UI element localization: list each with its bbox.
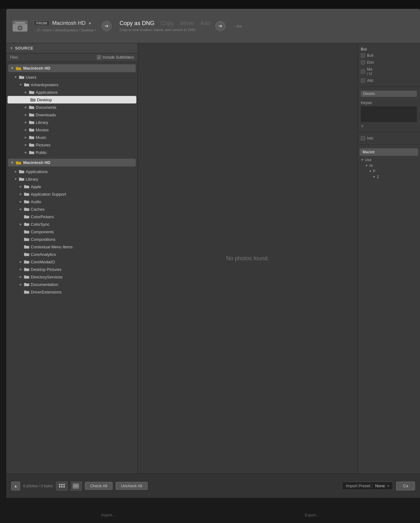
volume2-folder-icon — [16, 161, 21, 165]
collapse-button[interactable]: ▲ — [11, 482, 20, 490]
sys-library-folder-icon — [19, 177, 24, 181]
source-collapse-arrow[interactable]: ▼ — [10, 46, 13, 50]
import-button[interactable]: Import... — [101, 513, 115, 517]
plus-button[interactable]: + — [358, 123, 420, 129]
caches-folder-icon — [24, 207, 29, 211]
contextual-folder-icon — [24, 245, 29, 249]
documents-label: Documents — [36, 105, 56, 110]
from-badge: FROM — [34, 20, 50, 26]
tree-item-compositions[interactable]: ⋯ Compositions — [6, 235, 138, 243]
dest-users-arrow: ▼ — [361, 158, 364, 161]
tree-item-audio[interactable]: ▶ Audio — [6, 198, 138, 205]
users-label: Users — [26, 75, 36, 80]
dest-tree-p[interactable]: ▼ P — [358, 168, 420, 174]
tree-item-apple[interactable]: ▶ Apple — [6, 183, 138, 190]
right-item-build[interactable]: Buil — [358, 52, 420, 59]
cancel-button[interactable]: Ca — [396, 482, 415, 490]
right-item-make[interactable]: Ma / U — [358, 66, 420, 77]
tree-item-colorpickers[interactable]: ⋯ ColorPickers — [6, 213, 138, 220]
tree-item-caches[interactable]: ▶ Caches — [6, 205, 138, 213]
tree-item-colorsync[interactable]: ▶ ColorSync — [6, 220, 138, 228]
volume-macintosh-hd-2[interactable]: ▼ Macintosh HD — [8, 159, 136, 166]
tree-item-downloads[interactable]: ▶ Downloads — [6, 111, 138, 119]
movies-expand-arrow: ▶ — [24, 128, 28, 131]
dest-section-header[interactable]: Macint — [360, 148, 418, 156]
export-button[interactable]: Export... — [305, 513, 319, 517]
public-label: Public — [36, 150, 47, 155]
tree-item-richardcpowers[interactable]: ▼ richardcpowers — [6, 81, 138, 88]
desktop-label: Desktop — [37, 98, 52, 102]
preset-dropdown-arrow[interactable]: ▾ — [387, 484, 389, 488]
into-checkbox[interactable] — [361, 136, 365, 140]
tree-item-coremediaio[interactable]: ▶ CoreMediaIO — [6, 258, 138, 266]
driverextensions-label: DriverExtensions — [31, 290, 61, 294]
loupe-view-button[interactable] — [71, 482, 82, 490]
right-divider-2 — [358, 132, 420, 132]
bottom-bar: ▲ 0 photos / 0 bytes Check All Uncheck A… — [6, 473, 420, 498]
movies-folder-icon — [29, 128, 34, 132]
develop-button[interactable]: Develo — [361, 91, 417, 97]
volume-macintosh-hd-1[interactable]: ▼ Macintosh HD — [8, 64, 136, 72]
add-label: Adc — [367, 78, 374, 83]
users-folder-icon — [19, 75, 24, 79]
toolbar: FROM Macintosh HD ▾ …D / Users / richard… — [6, 9, 420, 43]
music-expand-arrow: ▶ — [24, 136, 28, 139]
import-preset-area[interactable]: Import Preset : None ▾ — [342, 482, 393, 490]
coremediaio-folder-icon — [24, 260, 29, 264]
don-checkbox[interactable] — [361, 60, 365, 65]
tree-item-driverextensions[interactable]: ⋯ DriverExtensions — [6, 288, 138, 296]
tree-item-desktop-pictures[interactable]: ▶ Desktop Pictures — [6, 266, 138, 273]
file-tree: ▼ Macintosh HD ▼ Users ▼ — [6, 62, 138, 473]
include-subfolders-option[interactable]: ✓ Include Subfolders — [97, 55, 134, 60]
drive-dropdown-arrow[interactable]: ▾ — [89, 21, 91, 26]
tree-item-public[interactable]: ▶ Public — [6, 149, 138, 156]
contextual-menu-items-label: Contextual Menu Items — [31, 245, 73, 249]
check-all-button[interactable]: Check All — [85, 482, 113, 490]
user-library-label: Library — [36, 120, 48, 125]
build-checkbox[interactable] — [361, 53, 365, 58]
make-checkbox[interactable] — [361, 69, 365, 74]
next-arrow-button[interactable]: ➜ — [102, 21, 112, 31]
tree-item-pictures[interactable]: ▶ Pictures — [6, 141, 138, 149]
tree-item-users[interactable]: ▼ Users — [6, 73, 138, 81]
tree-item-music[interactable]: ▶ Music — [6, 134, 138, 141]
include-subfolders-checkbox[interactable]: ✓ — [97, 55, 101, 60]
tree-item-user-library[interactable]: ▶ Library — [6, 119, 138, 126]
tree-item-application-support[interactable]: ▶ Application Support — [6, 190, 138, 198]
music-label: Music — [36, 135, 46, 140]
right-item-add[interactable]: Adc — [358, 77, 420, 84]
app-bottom-bar: Import... Export... — [0, 507, 420, 523]
svg-rect-9 — [61, 486, 63, 488]
tree-item-documentation[interactable]: ▶ Documentation — [6, 281, 138, 288]
audio-label: Audio — [31, 199, 41, 204]
tree-item-directoryservices[interactable]: ▶ DirectoryServices — [6, 273, 138, 281]
grid-view-button[interactable] — [56, 482, 67, 490]
tree-item-sys-library[interactable]: ▼ Library — [6, 175, 138, 183]
desktop-pictures-folder-icon — [24, 267, 29, 272]
dest-tree-users[interactable]: ▼ Use — [358, 157, 420, 163]
right-item-into[interactable]: Into — [358, 135, 420, 142]
from-row: FROM Macintosh HD ▾ — [34, 20, 97, 26]
tree-item-movies[interactable]: ▶ Movies — [6, 126, 138, 134]
tree-item-desktop[interactable]: Desktop — [8, 96, 136, 103]
colorpickers-label: ColorPickers — [31, 214, 54, 219]
move-label[interactable]: Move — [180, 20, 194, 27]
dest-p-label: P — [373, 169, 375, 173]
tree-item-contextual-menu-items[interactable]: ⋯ Contextual Menu Items — [6, 243, 138, 251]
right-item-don[interactable]: Don — [358, 59, 420, 66]
uncheck-all-button[interactable]: Uncheck All — [116, 482, 148, 490]
tree-item-components[interactable]: ⋯ Components — [6, 228, 138, 235]
tree-item-documents[interactable]: ▶ Documents — [6, 103, 138, 111]
add-checkbox[interactable] — [361, 78, 365, 83]
app-support-expand-arrow: ▶ — [19, 193, 23, 196]
copy-label[interactable]: Copy — [161, 20, 174, 27]
dest-tree-num[interactable]: ▼ 2 — [358, 174, 420, 180]
dest-arrow-button[interactable]: ➜ — [215, 21, 225, 31]
tree-item-coreanalytics[interactable]: ⋯ CoreAnalytics — [6, 251, 138, 258]
tree-item-user-applications[interactable]: ▶ Applications — [6, 88, 138, 96]
add-label[interactable]: Add — [200, 20, 210, 27]
tree-item-sys-applications[interactable]: ▶ Applications — [6, 168, 138, 175]
keyword-area[interactable] — [361, 106, 417, 122]
dest-tree-richard[interactable]: ▼ ric — [358, 163, 420, 168]
copy-as-dng-label[interactable]: Copy as DNG — [120, 20, 155, 27]
